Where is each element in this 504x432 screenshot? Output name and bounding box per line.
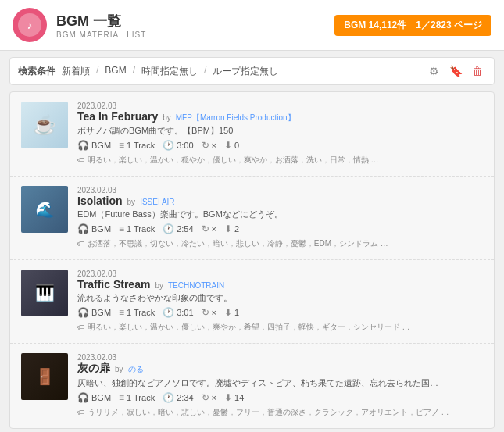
tag[interactable]: 明るい <box>88 323 119 331</box>
tag[interactable]: シンセリード … <box>353 323 410 331</box>
svg-text:♪: ♪ <box>27 19 33 31</box>
headphone-icon: 🎧 <box>77 392 89 403</box>
tag[interactable]: お洒落 <box>275 155 306 164</box>
tag[interactable]: 楽しい <box>119 323 150 331</box>
track-loop: ↻ × <box>202 140 216 151</box>
tag[interactable]: アオリエント <box>361 408 416 416</box>
tag[interactable]: 温かい <box>150 155 181 164</box>
track-thumbnail[interactable]: 🌊 <box>21 186 68 233</box>
header-badge: BGM 14,112件 1／2823 ページ <box>334 15 491 36</box>
tag[interactable]: 爽やか <box>244 155 275 164</box>
tag[interactable]: 冷静 <box>267 239 291 248</box>
tag[interactable]: 希望 <box>244 323 267 331</box>
tag[interactable]: フリー <box>236 408 267 416</box>
tag[interactable]: 暗い <box>213 239 236 248</box>
bookmark-icon[interactable]: 🔖 <box>447 62 464 80</box>
tag[interactable]: 憂鬱 <box>291 239 314 248</box>
track-title[interactable]: Isolation <box>77 195 123 207</box>
track-author[interactable]: のる <box>128 364 144 375</box>
tag[interactable]: 日常 <box>330 155 353 164</box>
tag[interactable]: 不思議 <box>119 239 150 248</box>
track-header-line: 灰の扉 by のる <box>77 362 483 376</box>
tag[interactable]: 暗い <box>158 408 181 416</box>
search-label: 検索条件 <box>18 65 55 78</box>
tag[interactable]: 穏やか <box>181 155 213 164</box>
track-date: 2023.02.03 <box>77 102 483 110</box>
tag[interactable]: 情熱 … <box>353 155 379 164</box>
tag[interactable]: 寂しい <box>127 408 158 416</box>
track-author[interactable]: MFP【Marron Fields Production】 <box>176 112 295 123</box>
tag[interactable]: シンドラム … <box>339 239 388 248</box>
track-downloads: ⬇ 2 <box>224 223 239 234</box>
tag[interactable]: 悲しい <box>236 239 267 248</box>
page-subtitle: BGM MATERIAL LIST <box>56 30 146 39</box>
download-icon: ⬇ <box>224 307 232 318</box>
tracks-icon: ≡ <box>119 223 124 234</box>
tag[interactable]: 温かい <box>150 323 181 331</box>
header-title-block: BGM 一覧 BGM MATERIAL LIST <box>56 12 146 39</box>
tag[interactable]: 優しい <box>213 155 244 164</box>
download-icon: ⬇ <box>224 140 232 151</box>
tag[interactable]: うリリメ <box>88 408 127 416</box>
tag[interactable]: 冷たい <box>181 239 213 248</box>
tag[interactable]: 明るい <box>88 155 119 164</box>
tag[interactable]: 優しい <box>181 323 213 331</box>
track-count: ≡ 1 Track <box>119 307 155 318</box>
headphone-icon: 🎧 <box>77 140 89 151</box>
tag[interactable]: クラシック <box>314 408 361 416</box>
track-author[interactable]: ISSEI AIR <box>140 198 174 206</box>
loop-icon: ↻ <box>202 307 209 318</box>
tag[interactable]: 洗い <box>306 155 330 164</box>
track-thumbnail[interactable]: 🎹 <box>21 270 68 316</box>
tag[interactable]: 切ない <box>150 239 181 248</box>
search-tag-slash1: / <box>95 65 100 78</box>
tag[interactable]: 爽やか <box>213 323 244 331</box>
search-tag-loop: ループ指定無し <box>213 65 278 78</box>
tag[interactable]: 四拍子 <box>267 323 298 331</box>
track-header-line: Traffic Stream by TECHNOTRAIN <box>77 278 483 291</box>
track-thumbnail[interactable]: ☕ <box>21 102 68 148</box>
track-thumbnail[interactable]: 🚪 <box>21 353 68 400</box>
tag[interactable]: 悲しい <box>181 408 213 416</box>
tag[interactable]: 楽しい <box>119 155 150 164</box>
tag[interactable]: ギター <box>322 323 353 331</box>
track-info: 2023.02.03 灰の扉 by のる 仄暗い、独創的なピアノソロです。廃墟や… <box>77 353 483 419</box>
tag[interactable]: 軽快 <box>298 323 322 331</box>
track-header-line: Isolation by ISSEI AIR <box>77 195 483 207</box>
download-icon: ⬇ <box>224 223 232 234</box>
track-author[interactable]: TECHNOTRAIN <box>168 281 224 290</box>
tag[interactable]: EDM <box>314 239 339 248</box>
track-count: ≡ 1 Track <box>119 140 155 151</box>
track-loop: ↻ × <box>202 223 216 234</box>
track-desc: EDM（Future Bass）楽曲です。BGMなどにどうぞ。 <box>77 209 483 220</box>
search-tag-new: 新着順 <box>62 65 90 78</box>
track-item: 🌊 2023.02.03 Isolation by ISSEI AIR EDM（… <box>10 177 494 260</box>
track-tags: 🏷 うリリメ寂しい暗い悲しい憂鬱フリー普通の深さクラシックアオリエントピアノ … <box>77 406 483 419</box>
tag[interactable]: 憂鬱 <box>213 408 236 416</box>
search-tag-time: 時間指定無し <box>141 65 198 78</box>
clock-icon: 🕐 <box>163 392 174 403</box>
search-bar: 検索条件 新着順 / BGM / 時間指定無し / ループ指定無し ⚙ 🔖 🗑 <box>9 57 495 85</box>
clock-icon: 🕐 <box>163 140 174 151</box>
track-title[interactable]: 灰の扉 <box>77 362 110 376</box>
tracks-icon: ≡ <box>119 307 124 318</box>
tracks-icon: ≡ <box>119 140 124 151</box>
track-title[interactable]: Traffic Stream <box>77 278 150 291</box>
trash-icon[interactable]: 🗑 <box>469 62 486 80</box>
track-header-line: Tea In February by MFP【Marron Fields Pro… <box>77 110 483 123</box>
track-type: 🎧 BGM <box>77 392 111 403</box>
tag[interactable]: 普通の深さ <box>267 408 314 416</box>
search-actions: ⚙ 🔖 🗑 <box>425 62 486 80</box>
header: ♪ BGM 一覧 BGM MATERIAL LIST BGM 14,112件 1… <box>0 0 504 51</box>
track-meta: 🎧 BGM ≡ 1 Track 🕐 2:34 ↻ × <box>77 392 483 403</box>
track-desc: 仄暗い、独創的なピアノソロです。廃墟やディストピア、朽ち果てた遺跡、忘れ去られた… <box>77 377 483 389</box>
track-loop: ↻ × <box>202 307 216 318</box>
page-title: BGM 一覧 <box>56 12 146 30</box>
track-tags: 🏷 明るい楽しい温かい優しい爽やか希望四拍子軽快ギターシンセリード … <box>77 321 483 334</box>
settings-icon[interactable]: ⚙ <box>425 62 442 80</box>
header-left: ♪ BGM 一覧 BGM MATERIAL LIST <box>13 8 146 42</box>
tag[interactable]: ピアノ … <box>416 408 449 416</box>
track-title[interactable]: Tea In February <box>77 110 158 123</box>
track-downloads: ⬇ 1 <box>224 307 239 318</box>
tag[interactable]: お洒落 <box>88 239 119 248</box>
